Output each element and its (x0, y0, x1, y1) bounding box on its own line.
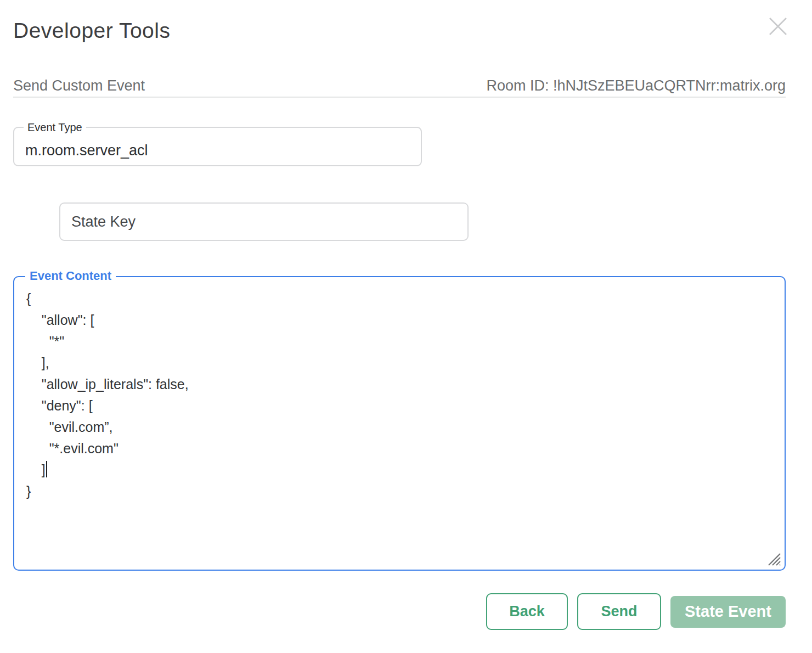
text-caret (46, 461, 47, 477)
event-content-field[interactable]: Event Content { "allow": [ "*" ], "allow… (13, 276, 786, 571)
state-key-input[interactable] (60, 204, 467, 240)
event-content-json-tail: } (26, 483, 31, 499)
page-title: Developer Tools (13, 19, 170, 43)
event-content-json: { "allow": [ "*" ], "allow_ip_literals":… (26, 291, 189, 477)
close-button[interactable] (767, 15, 789, 37)
close-icon (768, 16, 788, 37)
send-button[interactable]: Send (577, 593, 661, 630)
room-id-label: Room ID: !hNJtSzEBEUaCQRTNrr:matrix.org (486, 77, 786, 94)
state-key-field[interactable] (59, 202, 469, 241)
event-type-field[interactable]: Event Type (13, 127, 422, 166)
resize-handle-icon[interactable] (766, 551, 782, 567)
section-title: Send Custom Event (13, 77, 145, 94)
event-type-label: Event Type (24, 121, 86, 134)
header-divider (13, 97, 786, 98)
state-event-toggle-button[interactable]: State Event (670, 596, 786, 628)
developer-tools-dialog: Developer Tools Send Custom Event Room I… (0, 0, 812, 653)
button-row: Back Send State Event (486, 593, 786, 630)
event-content-editor[interactable]: { "allow": [ "*" ], "allow_ip_literals":… (14, 277, 785, 570)
back-button[interactable]: Back (486, 593, 568, 630)
